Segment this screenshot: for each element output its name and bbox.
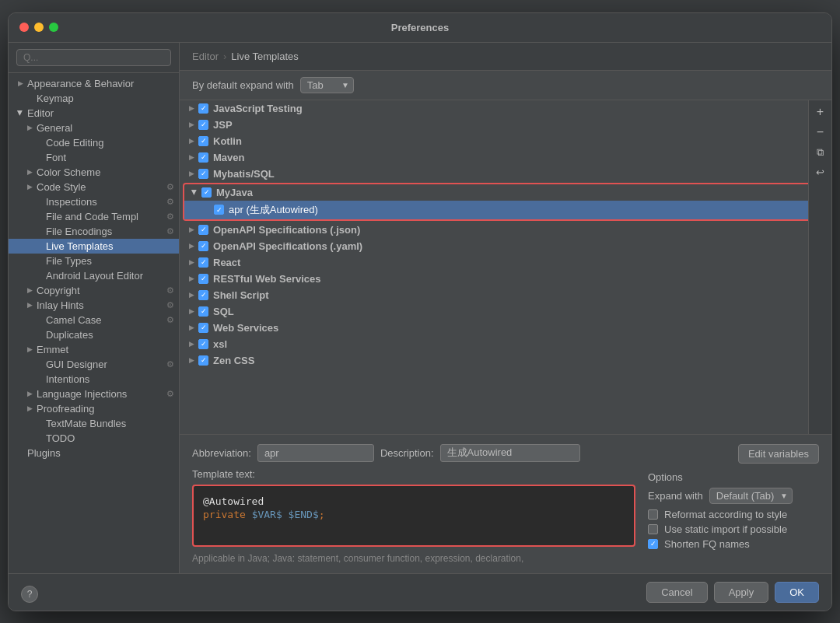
sidebar-label: Live Templates [46,240,113,252]
group-checkbox[interactable]: ✓ [201,187,212,198]
reset-button[interactable]: ↩ [812,164,829,181]
sidebar-item-android-layout[interactable]: ▶ Android Layout Editor [9,268,179,283]
code-text [282,509,289,520]
sidebar-item-file-types[interactable]: ▶ File Types [9,254,179,268]
group-label: RESTful Web Services [213,273,320,285]
sidebar-item-general[interactable]: ▶ General [9,121,179,135]
shorten-fq-row: ✓ Shorten FQ names [648,538,819,550]
applicable-text: Applicable in Java; Java: statement, con… [192,553,635,564]
options-section: Options Expand with Default (Tab) Tab En… [648,471,819,550]
sidebar-item-color-scheme[interactable]: ▶ Color Scheme [9,165,179,180]
arrow-icon: ▶ [186,240,197,251]
arrow-icon: ▶ [189,187,200,198]
group-js-testing[interactable]: ▶ ✓ JavaScript Testing [180,100,831,117]
group-web-services[interactable]: ▶ ✓ Web Services [180,320,831,336]
sidebar-item-code-style[interactable]: ▶ Code Style ⚙ [9,180,179,194]
group-shell[interactable]: ▶ ✓ Shell Script [180,287,831,303]
sidebar-item-appearance[interactable]: ▶ Appearance & Behavior [9,76,179,91]
sidebar-item-editor[interactable]: ▶ Editor [9,106,179,121]
sidebar-item-file-code-templ[interactable]: ▶ File and Code Templ ⚙ [9,209,179,224]
sidebar-item-camel-case[interactable]: ▶ Camel Case ⚙ [9,313,179,327]
group-label: React [213,257,240,268]
group-checkbox[interactable]: ✓ [198,306,208,317]
group-checkbox[interactable]: ✓ [198,225,208,235]
group-maven[interactable]: ▶ ✓ Maven [180,149,831,166]
close-button[interactable] [19,23,29,32]
group-jsp[interactable]: ▶ ✓ JSP [180,117,831,133]
help-button[interactable]: ? [21,586,38,603]
sidebar-item-intentions[interactable]: ▶ Intentions [9,372,179,387]
expand-dropdown[interactable]: Tab Enter Space [300,77,354,93]
sidebar-item-keymap[interactable]: ▶ Keymap [9,91,179,106]
group-checkbox[interactable]: ✓ [198,323,208,333]
sidebar-item-plugins[interactable]: ▶ Plugins [9,446,179,460]
group-kotlin[interactable]: ▶ ✓ Kotlin [180,133,831,149]
breadcrumb-arrow: › [223,51,226,62]
group-checkbox[interactable]: ✓ [198,339,208,349]
arrow-icon: ▶ [186,355,197,366]
group-checkbox[interactable]: ✓ [198,290,208,300]
group-checkbox[interactable]: ✓ [198,241,208,251]
maximize-button[interactable] [49,23,58,32]
arrow-icon: ▶ [186,306,197,317]
code-text: $VAR$ [252,509,282,520]
add-button[interactable]: + [812,103,829,121]
group-checkbox[interactable]: ✓ [198,136,208,146]
group-openapi-yaml[interactable]: ▶ ✓ OpenAPI Specifications (.yaml) [180,238,831,254]
reformat-checkbox[interactable] [648,509,658,520]
arrow-icon: ▶ [186,273,197,284]
group-checkbox[interactable]: ✓ [198,103,208,114]
ok-button[interactable]: OK [775,582,819,603]
remove-button[interactable]: − [812,124,829,141]
sidebar-item-duplicates[interactable]: ▶ Duplicates [9,327,179,342]
cancel-button[interactable]: Cancel [646,582,707,603]
group-checkbox[interactable]: ✓ [198,169,208,179]
group-mybatis[interactable]: ▶ ✓ Mybatis/SQL [180,166,831,182]
template-item-apr[interactable]: ✓ apr (生成Autowired) [184,201,827,219]
expand-with-dropdown[interactable]: Default (Tab) Tab Enter Space [709,488,793,504]
abbreviation-input[interactable] [257,444,374,462]
sidebar-item-live-templates[interactable]: ▶ Live Templates [9,239,179,254]
group-zen-css[interactable]: ▶ ✓ Zen CSS [180,352,831,369]
search-input[interactable] [16,49,171,66]
sidebar-item-inspections[interactable]: ▶ Inspections ⚙ [9,194,179,209]
arrow-icon: ▶ [186,322,197,333]
group-checkbox[interactable]: ✓ [198,152,208,163]
sidebar-item-proofreading[interactable]: ▶ Proofreading [9,401,179,416]
sidebar-item-emmet[interactable]: ▶ Emmet [9,342,179,357]
template-code-box[interactable]: @Autowired private $VAR$ $END$; [192,485,635,547]
sidebar-item-file-encodings[interactable]: ▶ File Encodings ⚙ [9,224,179,239]
group-openapi-json[interactable]: ▶ ✓ OpenAPI Specifications (.json) [180,222,831,238]
copy-button[interactable]: ⧉ [812,144,829,161]
group-restful[interactable]: ▶ ✓ RESTful Web Services [180,271,831,287]
group-sql[interactable]: ▶ ✓ SQL [180,303,831,320]
group-myjava[interactable]: ▶ ✓ MyJava [184,184,827,201]
expand-label: By default expand with [192,79,294,91]
description-input[interactable] [440,444,580,462]
sidebar-item-copyright[interactable]: ▶ Copyright ⚙ [9,283,179,298]
group-xsl[interactable]: ▶ ✓ xsl [180,336,831,352]
arrow-icon: ▶ [186,119,197,130]
group-checkbox[interactable]: ✓ [198,257,208,268]
sidebar-item-language-injections[interactable]: ▶ Language Injections ⚙ [9,387,179,401]
group-checkbox[interactable]: ✓ [198,120,208,130]
group-checkbox[interactable]: ✓ [198,355,208,366]
sidebar-item-todo[interactable]: ▶ TODO [9,431,179,446]
code-line-1: @Autowired [203,495,625,507]
arrow-icon: ▶ [186,152,197,163]
group-react[interactable]: ▶ ✓ React [180,254,831,271]
item-checkbox[interactable]: ✓ [214,205,224,215]
edit-variables-button[interactable]: Edit variables [738,444,819,464]
sidebar-item-inlay-hints[interactable]: ▶ Inlay Hints ⚙ [9,298,179,313]
sidebar-item-code-editing[interactable]: ▶ Code Editing [9,135,179,150]
minimize-button[interactable] [34,23,44,32]
static-import-checkbox[interactable] [648,524,658,534]
apply-button[interactable]: Apply [714,582,769,603]
sidebar-item-font[interactable]: ▶ Font [9,150,179,165]
sidebar-item-gui-designer[interactable]: ▶ GUI Designer ⚙ [9,357,179,372]
gear-icon: ⚙ [166,285,174,296]
shorten-fq-checkbox[interactable]: ✓ [648,539,658,549]
sidebar-item-textmate-bundles[interactable]: ▶ TextMate Bundles [9,416,179,431]
sidebar-label: Keymap [37,93,74,104]
group-checkbox[interactable]: ✓ [198,274,208,284]
